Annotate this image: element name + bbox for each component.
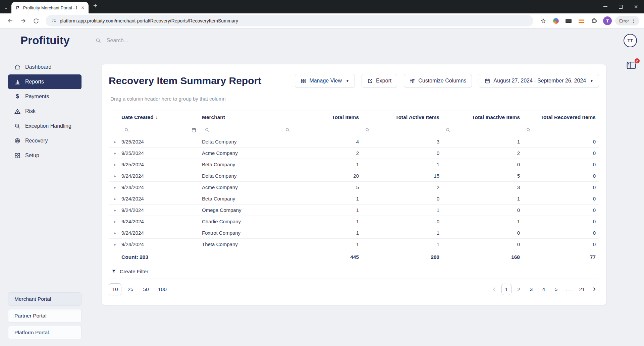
table-row[interactable]: ▸ 9/24/2024 Acme Company 5 2 3 0 [109,182,599,193]
sidebar-item-dashboard[interactable]: Dashboard [8,60,82,74]
view-grid-icon [301,78,306,84]
url-bar[interactable]: platform.app.profituity.com/merchant-por… [46,15,533,26]
table-row[interactable]: ▸ 9/24/2024 Beta Company 1 0 1 0 [109,193,599,205]
cell-date-created: 9/24/2024 [121,196,202,201]
row-expand-icon[interactable]: ▸ [109,151,121,156]
page-number-2[interactable]: 2 [514,284,524,295]
page-size-50[interactable]: 50 [140,283,152,295]
sidebar-item-payments[interactable]: $ Payments [8,89,82,104]
column-header-total-inactive-items[interactable]: Total Inactive Items [443,114,523,120]
portal-button-platform[interactable]: Platform Portal [8,326,82,339]
sort-desc-icon: ↓ [156,115,158,120]
cell-total-inactive-items: 3 [443,184,523,190]
filter-merchant[interactable] [202,127,282,132]
site-info-icon[interactable] [51,18,56,23]
cell-total-active-items: 1 [362,162,443,167]
table-row[interactable]: ▸ 9/25/2024 Beta Company 1 1 0 0 [109,159,599,170]
search-input[interactable] [106,37,247,44]
date-range-button[interactable]: August 27, 2024 - September 26, 2024 ▼ [479,74,599,88]
row-expand-icon[interactable]: ▸ [109,242,121,247]
page-size-10[interactable]: 10 [109,283,121,295]
side-panel-toggle-button[interactable]: 2 [626,60,637,71]
column-header-merchant[interactable]: Merchant [202,114,282,120]
cell-total-inactive-items: 5 [443,173,523,179]
bookmark-star-icon[interactable] [537,15,549,26]
report-card: Recovery Item Summary Report Manage View… [101,64,606,305]
row-expand-icon[interactable]: ▸ [109,139,121,144]
column-header-total-items[interactable]: Total Items [282,114,362,120]
browser-profile-avatar[interactable]: T [603,16,612,25]
dollar-icon: $ [14,93,21,100]
page-number-1[interactable]: 1 [501,284,512,295]
filter-total-items[interactable] [282,127,362,132]
summary-total-active-items: 200 [362,254,443,260]
column-header-total-recovered-items[interactable]: Total Recovered Items [523,114,599,120]
column-header-date-created[interactable]: Date Created ↓ [121,114,202,120]
tab-search-chevron-icon[interactable]: ⌄ [4,5,8,10]
extension-icon-lines[interactable] [576,15,587,26]
extensions-puzzle-icon[interactable] [588,15,600,26]
browser-menu-kebab-icon[interactable]: ⋮ [630,18,637,24]
cell-total-items: 1 [282,162,362,167]
sidebar-item-recovery[interactable]: Recovery [8,133,82,148]
table-row[interactable]: ▸ 9/24/2024 Omega Company 1 1 0 0 [109,205,599,216]
row-expand-icon[interactable]: ▸ [109,219,121,224]
manage-view-button[interactable]: Manage View ▼ [295,74,355,88]
sidebar-item-exception-handling[interactable]: Exception Handling [8,119,82,133]
customize-columns-button[interactable]: Customize Columns [404,74,472,88]
prev-page-icon[interactable]: ‹ [489,284,499,294]
next-page-icon[interactable]: › [589,284,599,294]
global-search[interactable] [95,37,247,44]
create-filter-button[interactable]: Create Filter [109,264,599,279]
page-number-4[interactable]: 4 [539,284,549,295]
window-minimize-button[interactable] [603,6,607,7]
filter-date-created[interactable] [121,127,202,133]
reload-icon[interactable] [30,15,42,26]
row-expand-icon[interactable]: ▸ [109,162,121,167]
tab-close-icon[interactable]: ✕ [80,5,86,11]
export-button[interactable]: Export [362,74,397,88]
row-expand-icon[interactable]: ▸ [109,196,121,201]
table-row[interactable]: ▸ 9/24/2024 Foxtrot Company 1 1 0 0 [109,227,599,239]
page-size-100[interactable]: 100 [155,283,170,295]
browser-tab[interactable]: P Profituity Merchant Portal - Pla ✕ [11,2,89,13]
table-row[interactable]: ▸ 9/25/2024 Delta Company 4 3 1 0 [109,136,599,148]
portal-button-partner[interactable]: Partner Portal [8,309,82,323]
app-root: Profituity TT Dashboard Reports [0,29,644,346]
window-close-button[interactable]: ✕ [634,4,638,9]
extension-icon-keyboard[interactable] [563,15,574,26]
portal-button-merchant[interactable]: Merchant Portal [8,292,82,306]
table-row[interactable]: ▸ 9/24/2024 Charlie Company 1 0 1 0 [109,216,599,227]
row-expand-icon[interactable]: ▸ [109,231,121,235]
new-tab-button[interactable]: + [93,2,98,9]
filter-total-inactive-items[interactable] [443,127,523,132]
sidebar-item-reports[interactable]: Reports [8,74,82,89]
window-maximize-button[interactable] [619,5,623,9]
page-number-21[interactable]: 21 [577,284,587,295]
row-expand-icon[interactable]: ▸ [109,174,121,178]
table-summary-row: Count: 203 445 200 168 77 [109,250,599,264]
extension-icon-colorful[interactable] [550,15,561,26]
table-row[interactable]: ▸ 9/24/2024 Delta Company 20 15 5 0 [109,170,599,182]
table-row[interactable]: ▸ 9/24/2024 Theta Company 1 1 0 0 [109,239,599,250]
column-header-total-active-items[interactable]: Total Active Items [362,114,443,120]
sidebar-item-risk[interactable]: Risk [8,104,82,119]
filter-total-active-items[interactable] [362,127,443,132]
filter-calendar-icon[interactable] [191,127,197,133]
back-icon[interactable] [5,15,16,26]
cell-total-recovered-items: 0 [523,207,599,213]
browser-error-button[interactable]: Error ⋮ [615,16,639,25]
page-number-3[interactable]: 3 [526,284,536,295]
forward-icon[interactable] [17,15,29,26]
row-expand-icon[interactable]: ▸ [109,185,121,190]
cell-date-created: 9/24/2024 [121,173,202,179]
user-avatar[interactable]: TT [624,34,637,47]
page-size-25[interactable]: 25 [124,283,137,295]
table-row[interactable]: ▸ 9/25/2024 Acme Company 2 0 2 0 [109,148,599,159]
sidebar-item-setup[interactable]: Setup [8,148,82,163]
row-expand-icon[interactable]: ▸ [109,208,121,213]
cell-total-active-items: 2 [362,184,443,190]
filter-total-recovered-items[interactable] [523,127,599,132]
page-number-5[interactable]: 5 [551,284,561,295]
cell-merchant: Theta Company [202,241,282,247]
